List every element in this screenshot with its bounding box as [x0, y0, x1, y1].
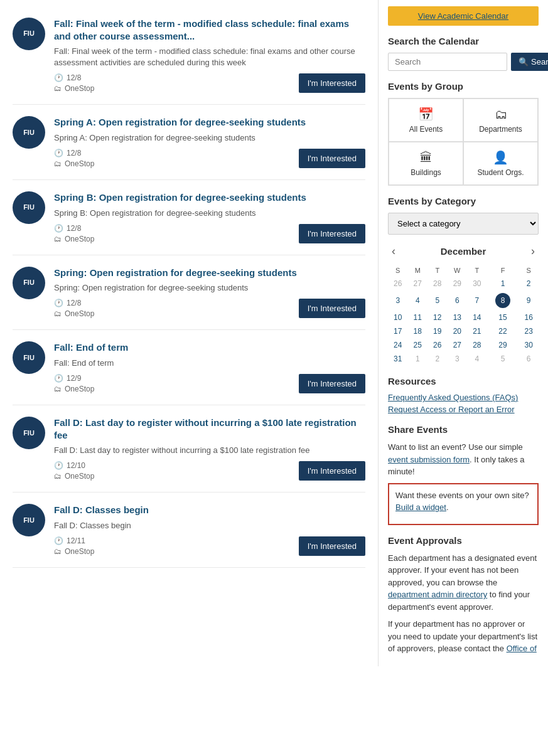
calendar-day-cell[interactable]: 12 — [427, 311, 448, 324]
calendar-day-link[interactable]: 22 — [488, 327, 518, 336]
calendar-day-cell[interactable]: 3 — [448, 352, 468, 366]
calendar-day-cell[interactable]: 6 — [518, 352, 539, 366]
calendar-day-cell[interactable]: 17 — [388, 324, 408, 338]
calendar-day-cell[interactable]: 27 — [448, 338, 468, 352]
search-button[interactable]: 🔍 Search — [511, 53, 548, 71]
calendar-day-link[interactable]: 26 — [429, 341, 446, 349]
calendar-day-cell[interactable]: 26 — [388, 277, 408, 290]
report-error-link[interactable]: Request Access or Report an Error — [388, 405, 539, 414]
calendar-day-link[interactable]: 7 — [468, 296, 486, 305]
calendar-day-cell[interactable]: 22 — [487, 324, 519, 338]
dept-admin-dir-link[interactable]: department admin directory — [388, 590, 487, 599]
calendar-day-cell[interactable]: 28 — [467, 338, 487, 352]
calendar-day-cell[interactable]: 1 — [487, 277, 519, 290]
calendar-day-cell[interactable]: 4 — [467, 352, 487, 366]
calendar-day-link[interactable]: 25 — [409, 341, 427, 349]
calendar-day-cell[interactable]: 30 — [518, 338, 539, 352]
calendar-day-link[interactable]: 11 — [409, 313, 427, 322]
event-title[interactable]: Spring: Open registration for degree-see… — [54, 267, 365, 279]
group-all-events[interactable]: 📅 All Events — [389, 98, 463, 142]
calendar-day-link[interactable]: 24 — [389, 341, 407, 349]
calendar-day-link[interactable]: 6 — [449, 296, 466, 305]
calendar-day-cell[interactable]: 6 — [448, 290, 468, 311]
calendar-day-cell[interactable]: 21 — [467, 324, 487, 338]
view-calendar-button[interactable]: View Academic Calendar — [388, 6, 539, 26]
calendar-day-link[interactable]: 2 — [520, 279, 537, 288]
calendar-day-cell[interactable]: 29 — [487, 338, 519, 352]
calendar-day-link[interactable]: 28 — [468, 341, 486, 349]
calendar-day-cell[interactable]: 14 — [467, 311, 487, 324]
category-select[interactable]: Select a category — [388, 213, 539, 235]
calendar-day-cell[interactable]: 2 — [518, 277, 539, 290]
calendar-day-cell[interactable]: 4 — [408, 290, 428, 311]
calendar-day-link[interactable]: 31 — [389, 354, 407, 363]
calendar-day-link[interactable]: 19 — [429, 327, 446, 336]
calendar-day-cell[interactable]: 23 — [518, 324, 539, 338]
calendar-day-link[interactable]: 4 — [409, 296, 427, 305]
group-buildings[interactable]: 🏛 Buildings — [389, 142, 463, 185]
calendar-day-link[interactable]: 21 — [468, 327, 486, 336]
calendar-day-cell[interactable]: 10 — [388, 311, 408, 324]
calendar-day-link[interactable]: 23 — [520, 327, 537, 336]
calendar-day-link[interactable]: 3 — [389, 296, 407, 305]
calendar-next-button[interactable]: › — [527, 243, 539, 259]
calendar-day-cell[interactable]: 30 — [467, 277, 487, 290]
calendar-day-link[interactable]: 17 — [389, 327, 407, 336]
faq-link[interactable]: Frequently Asked Questions (FAQs) — [388, 393, 539, 402]
calendar-day-cell[interactable]: 20 — [448, 324, 468, 338]
office-link[interactable]: Office of — [507, 644, 537, 653]
event-title[interactable]: Fall: Final week of the term - modified … — [54, 18, 365, 42]
calendar-day-link[interactable]: 10 — [389, 313, 407, 322]
calendar-day-cell[interactable]: 27 — [408, 277, 428, 290]
calendar-day-cell[interactable]: 3 — [388, 290, 408, 311]
calendar-day-link[interactable]: 30 — [520, 341, 537, 349]
calendar-day-link[interactable]: 15 — [488, 313, 518, 322]
calendar-day-cell[interactable]: 1 — [408, 352, 428, 366]
calendar-day-cell[interactable]: 19 — [427, 324, 448, 338]
interested-button[interactable]: I'm Interested — [299, 374, 365, 393]
calendar-day-cell[interactable]: 2 — [427, 352, 448, 366]
calendar-day-cell[interactable]: 9 — [518, 290, 539, 311]
calendar-day-link[interactable]: 1 — [488, 279, 518, 288]
calendar-day-cell[interactable]: 15 — [487, 311, 519, 324]
interested-button[interactable]: I'm Interested — [299, 299, 365, 318]
interested-button[interactable]: I'm Interested — [299, 149, 365, 168]
calendar-day-link[interactable]: 13 — [449, 313, 466, 322]
search-input[interactable] — [388, 53, 507, 71]
calendar-day-cell[interactable]: 24 — [388, 338, 408, 352]
group-student-orgs[interactable]: 👤 Student Orgs. — [463, 142, 538, 185]
calendar-day-cell[interactable]: 13 — [448, 311, 468, 324]
calendar-day-link[interactable]: 16 — [520, 313, 537, 322]
build-widget-link[interactable]: Build a widget — [395, 503, 446, 512]
interested-button[interactable]: I'm Interested — [299, 461, 365, 481]
calendar-day-link[interactable]: 29 — [488, 341, 518, 349]
calendar-day-cell[interactable]: 31 — [388, 352, 408, 366]
calendar-day-link[interactable]: 18 — [409, 327, 427, 336]
event-submission-form-link[interactable]: event submission form — [388, 455, 470, 464]
calendar-day-cell[interactable]: 18 — [408, 324, 428, 338]
calendar-day-link[interactable]: 20 — [449, 327, 466, 336]
calendar-day-cell[interactable]: 16 — [518, 311, 539, 324]
group-departments[interactable]: 🗂 Departments — [463, 98, 538, 142]
event-title[interactable]: Fall: End of term — [54, 341, 365, 354]
calendar-day-link[interactable]: 27 — [449, 341, 466, 349]
calendar-day-link[interactable]: 14 — [468, 313, 486, 322]
event-title[interactable]: Spring B: Open registration for degree-s… — [54, 191, 365, 204]
calendar-day-cell[interactable]: 28 — [427, 277, 448, 290]
event-title[interactable]: Fall D: Classes begin — [54, 504, 365, 516]
calendar-day-link[interactable]: 9 — [520, 296, 537, 305]
calendar-day-cell[interactable]: 26 — [427, 338, 448, 352]
calendar-day-cell[interactable]: 8 — [487, 290, 519, 311]
calendar-prev-button[interactable]: ‹ — [388, 243, 399, 259]
calendar-day-link[interactable]: 5 — [429, 296, 446, 305]
event-title[interactable]: Fall D: Last day to register without inc… — [54, 417, 365, 441]
calendar-day-cell[interactable]: 5 — [427, 290, 448, 311]
event-title[interactable]: Spring A: Open registration for degree-s… — [54, 116, 365, 129]
interested-button[interactable]: I'm Interested — [299, 224, 365, 243]
calendar-day-cell[interactable]: 29 — [448, 277, 468, 290]
interested-button[interactable]: I'm Interested — [299, 73, 365, 93]
calendar-day-link[interactable]: 12 — [429, 313, 446, 322]
calendar-day-cell[interactable]: 7 — [467, 290, 487, 311]
calendar-day-cell[interactable]: 5 — [487, 352, 519, 366]
calendar-day-cell[interactable]: 25 — [408, 338, 428, 352]
